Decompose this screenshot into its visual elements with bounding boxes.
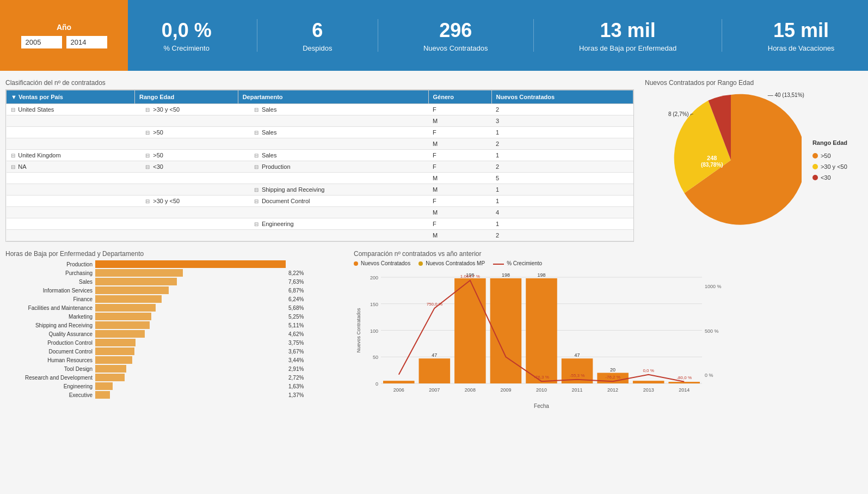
bar-label: Executive: [5, 392, 93, 398]
bar-track: [95, 382, 286, 390]
svg-text:2013: 2013: [643, 387, 654, 393]
combo-legend-mp: Nuevos Contratados MP: [418, 260, 485, 266]
table-header-row: ▼ Ventas por País Rango Edad Departament…: [7, 90, 633, 104]
svg-text:100: 100: [370, 328, 378, 334]
svg-text:2007: 2007: [429, 387, 440, 393]
bar-label: Sales: [5, 279, 93, 285]
table-row: ⊟ United Kingdom⊟ >50⊟ SalesF1: [7, 150, 633, 161]
bar-track: [95, 295, 286, 303]
bar-track: [95, 391, 286, 399]
svg-rect-26: [633, 381, 664, 383]
col-pais[interactable]: ▼ Ventas por País: [7, 90, 135, 104]
year2-input[interactable]: [66, 36, 107, 48]
svg-text:2008: 2008: [465, 387, 476, 393]
bottom-section: Horas de Baja por Enfermedad y Departame…: [5, 250, 863, 411]
bar-track: [95, 347, 286, 355]
table-wrapper[interactable]: ▼ Ventas por País Rango Edad Departament…: [5, 89, 634, 242]
pie-label-main: 248(83,78%): [701, 155, 723, 168]
legend-label-30minus: <30: [821, 174, 831, 181]
col-nuevos[interactable]: Nuevos Contratados: [491, 90, 633, 104]
stat-despidos: 6 Despidos: [303, 19, 332, 52]
table-row: M5: [7, 173, 633, 184]
bar-track: [95, 330, 286, 338]
combo-section: Comparación nº contratados vs año anteri…: [354, 250, 863, 411]
table-section: Clasificación del nº de contratados ▼ Ve…: [5, 79, 634, 242]
year1-input[interactable]: [21, 36, 62, 48]
legend-50plus: >50: [812, 153, 847, 159]
legend-30minus: <30: [812, 174, 847, 181]
bar-track: [95, 365, 286, 373]
combo-legend-dot-nuevos: [354, 261, 358, 266]
stats-panel: 0,0 % % Crecimiento 6 Despidos 296 Nuevo…: [128, 0, 868, 71]
stat-crecimiento: 0,0 % % Crecimiento: [162, 19, 212, 52]
bar-pct: 1,63%: [288, 383, 313, 389]
combo-legend-label-mp: Nuevos Contratados MP: [426, 260, 485, 266]
bar-fill: [95, 382, 113, 390]
col-rango[interactable]: Rango Edad: [134, 90, 238, 104]
top-section: Clasificación del nº de contratados ▼ Ve…: [5, 79, 863, 242]
combo-legend: Nuevos Contratados Nuevos Contratados MP…: [354, 260, 863, 266]
bar-label: Facilities and Maintenance: [5, 305, 93, 311]
combo-svg: 0501001502000 %500 %1000 %47198198198472…: [354, 269, 735, 411]
header: Año 0,0 % % Crecimiento 6 Despidos 296 N…: [0, 0, 868, 71]
bar-track: [95, 304, 286, 312]
year-inputs[interactable]: [21, 36, 107, 48]
bar-row: Information Services6,87%: [5, 286, 343, 294]
year-label: Año: [57, 23, 71, 32]
bar-label: Finance: [5, 296, 93, 302]
svg-text:20: 20: [610, 367, 615, 373]
bar-row: Research and Development2,72%: [5, 374, 343, 381]
combo-chart-area: 0501001502000 %500 %1000 %47198198198472…: [354, 269, 863, 411]
bar-label: Marketing: [5, 314, 93, 320]
stat-nuevos: 296 Nuevos Contratados: [423, 19, 488, 52]
bar-label: Production Control: [5, 340, 93, 346]
svg-text:-80,0 %: -80,0 %: [676, 375, 692, 380]
table-row: ⊟ United States⊟ >30 y <50⊟ SalesF2: [7, 104, 633, 115]
divider-2: [378, 19, 378, 52]
bar-track: [95, 278, 286, 285]
stat-baja-value: 13 mil: [579, 19, 676, 42]
bar-pct: 2,91%: [288, 366, 313, 372]
bar-pct: 3,44%: [288, 357, 313, 363]
svg-text:47: 47: [432, 352, 437, 358]
svg-text:-55,3 %: -55,3 %: [570, 373, 585, 378]
bar-row: Finance6,24%: [5, 295, 343, 303]
svg-rect-20: [526, 278, 557, 383]
bar-fill: [95, 278, 177, 285]
svg-text:Fecha: Fecha: [534, 403, 549, 409]
svg-rect-14: [419, 358, 451, 383]
combo-title: Comparación nº contratados vs año anteri…: [354, 250, 863, 258]
bar-pct: 5,68%: [288, 305, 313, 311]
bar-chart: ProductionPurchasing8,22%Sales7,63%Infor…: [5, 260, 343, 399]
table-body: ⊟ United States⊟ >30 y <50⊟ SalesF2M3⊟ >…: [7, 104, 633, 241]
svg-text:Nuevos Contratados: Nuevos Contratados: [356, 308, 361, 353]
bar-track: [95, 269, 286, 277]
col-genero[interactable]: Género: [428, 90, 491, 104]
stat-baja-label: Horas de Baja por Enfermedad: [579, 44, 676, 52]
svg-rect-16: [454, 278, 486, 383]
stat-nuevos-value: 296: [423, 19, 488, 42]
svg-text:2006: 2006: [393, 387, 404, 393]
stat-crecimiento-label: % Crecimiento: [162, 44, 212, 52]
bar-row: Human Resources3,44%: [5, 356, 343, 364]
bar-fill: [95, 321, 150, 329]
stat-despidos-label: Despidos: [303, 44, 332, 52]
bar-fill: [95, 374, 125, 381]
svg-text:200: 200: [370, 275, 378, 280]
bar-track: [95, 260, 286, 268]
col-dept[interactable]: Departamento: [238, 90, 428, 104]
pie-section: Nuevos Contratados por Rango Edad 248(83…: [645, 79, 863, 242]
stat-vacaciones: 15 mil Horas de Vacaciones: [768, 19, 835, 52]
bar-fill: [95, 347, 134, 355]
svg-rect-13: [383, 381, 415, 383]
bar-fill: [95, 269, 183, 277]
stat-vacaciones-value: 15 mil: [768, 19, 835, 42]
bar-pct: 4,62%: [288, 331, 313, 337]
svg-text:2011: 2011: [572, 387, 583, 393]
bar-label: Quality Assurance: [5, 331, 93, 337]
table-row: ⊟ NA⊟ <30⊟ ProductionF2: [7, 161, 633, 173]
bar-track: [95, 356, 286, 364]
svg-text:1000 %: 1000 %: [705, 284, 722, 289]
bar-pct: 8,22%: [288, 270, 313, 276]
pie-svg: [660, 89, 802, 231]
